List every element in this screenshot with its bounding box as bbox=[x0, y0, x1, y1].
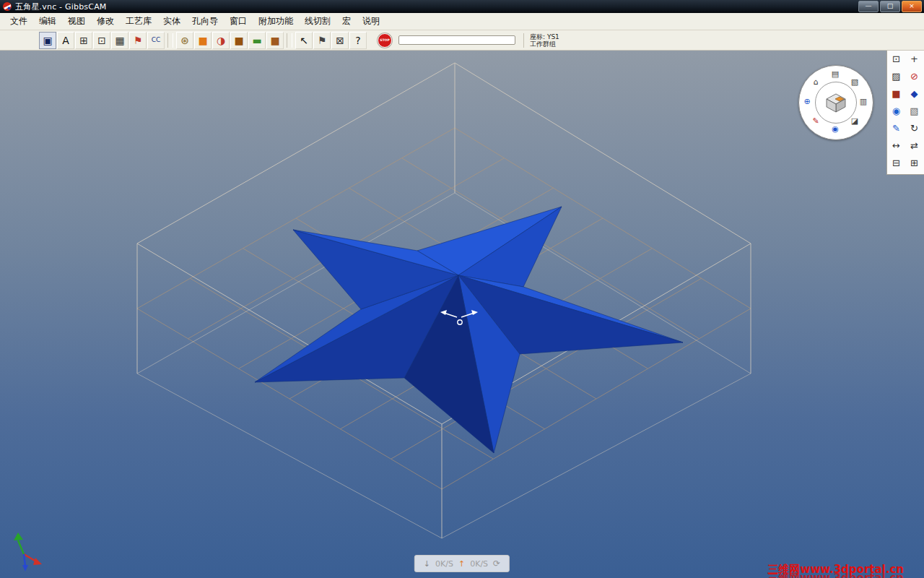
close-button[interactable]: × bbox=[902, 1, 922, 12]
cursor-tool-icon: ↖ bbox=[300, 35, 308, 46]
document-view-button[interactable]: ▣ bbox=[39, 32, 56, 49]
workbook-icon[interactable]: ■ bbox=[889, 85, 905, 101]
coord-label: 座标: YS1 bbox=[530, 33, 559, 40]
minimize-button[interactable]: — bbox=[858, 1, 879, 12]
watermark: 三维网www.3dportal.cn bbox=[767, 563, 904, 577]
progress-bar bbox=[398, 35, 515, 45]
body-solid-icon: ■ bbox=[270, 35, 279, 46]
block-solid-icon: ■ bbox=[234, 35, 243, 46]
iso-cube-icon bbox=[825, 92, 847, 113]
body-solid-button[interactable]: ■ bbox=[266, 32, 284, 49]
eye-view-icon[interactable]: ◉ bbox=[829, 124, 841, 135]
menu-item-视图[interactable]: 视图 bbox=[62, 13, 91, 30]
menu-item-文件[interactable]: 文件 bbox=[4, 13, 33, 30]
draw-view-icon[interactable]: ✎ bbox=[810, 116, 821, 127]
mirror-icon[interactable]: ⇄ bbox=[907, 137, 923, 153]
solids-icon[interactable]: ◆ bbox=[907, 85, 923, 101]
document-view-icon: ▣ bbox=[43, 35, 52, 46]
view-controller[interactable]: ⌂▤▧▥◪◉✎⊕ bbox=[798, 65, 873, 140]
transfer-status: ↓ 0K/S ↑ 0K/S ⟳ bbox=[414, 555, 510, 572]
context-help-icon: ? bbox=[355, 35, 360, 46]
axis-triad bbox=[4, 530, 48, 574]
app-window: 五角星.vnc - GibbsCAM —□× 文件编辑视图修改工艺库实体孔向导窗… bbox=[0, 0, 924, 578]
menu-item-编辑[interactable]: 编辑 bbox=[33, 13, 62, 30]
pencil-tool-icon[interactable]: ✎ bbox=[889, 120, 905, 136]
block-solid-button[interactable]: ■ bbox=[230, 32, 248, 49]
menu-item-宏[interactable]: 宏 bbox=[336, 13, 357, 30]
blade-tool-button[interactable]: ⊛ bbox=[176, 32, 193, 49]
text-tool-icon: A bbox=[62, 35, 69, 46]
pick-box-button[interactable]: ⊠ bbox=[331, 32, 349, 49]
right-tool-panel: ▤≈⊡+▨⊘■◆◉▧✎↻↔⇄⊟⊞ bbox=[886, 51, 924, 175]
marquee-select-button[interactable]: ⊡ bbox=[93, 32, 110, 49]
text-tool-button[interactable]: A bbox=[57, 32, 74, 49]
coordinate-status: 座标: YS1 工作群组 bbox=[523, 33, 559, 48]
title-bar: 五角星.vnc - GibbsCAM —□× bbox=[0, 0, 924, 13]
iso-view-icon[interactable]: ◪ bbox=[849, 116, 860, 127]
marquee-select-icon: ⊡ bbox=[97, 35, 106, 46]
z-axis-arrow bbox=[22, 565, 28, 571]
y-axis-arrow bbox=[14, 532, 23, 540]
maximize-button[interactable]: □ bbox=[880, 1, 900, 12]
dimension-icon[interactable]: ↔ bbox=[889, 137, 905, 153]
menu-item-附加功能[interactable]: 附加功能 bbox=[253, 13, 299, 30]
x-axis-arrow bbox=[33, 558, 42, 565]
viewport[interactable]: ▤≈⊡+▨⊘■◆◉▧✎↻↔⇄⊟⊞ ⌂▤▧▥◪◉✎⊕ ↓ 0K/S ↑ 0K/S … bbox=[0, 51, 924, 578]
upload-rate: 0K/S bbox=[470, 559, 488, 569]
sheet-stack-icon: ⊞ bbox=[79, 35, 88, 46]
menu-item-工艺库[interactable]: 工艺库 bbox=[120, 13, 157, 30]
stop-button[interactable]: STOP bbox=[378, 33, 392, 48]
toolbar-separator bbox=[287, 33, 292, 48]
menu-bar: 文件编辑视图修改工艺库实体孔向导窗口附加功能线切割宏说明 bbox=[0, 13, 924, 30]
revolve-solid-icon: ◑ bbox=[217, 35, 225, 46]
cc-tool-icon: CC bbox=[152, 37, 161, 43]
download-icon: ↓ bbox=[424, 559, 430, 569]
stock-solid-button[interactable]: ■ bbox=[194, 32, 212, 49]
grid-toggle-icon: ▦ bbox=[115, 35, 124, 46]
sheets-icon[interactable]: ⊟ bbox=[889, 155, 905, 171]
scene-canvas bbox=[0, 51, 924, 578]
toolbar-separator bbox=[167, 33, 173, 48]
menu-item-实体[interactable]: 实体 bbox=[157, 13, 186, 30]
pick-box-icon: ⊠ bbox=[336, 35, 344, 46]
target-view-icon[interactable]: ⊕ bbox=[801, 96, 813, 108]
flag-small-icon: ⚑ bbox=[318, 35, 327, 46]
sweep-solid-icon: ▬ bbox=[252, 35, 261, 46]
menu-item-线切割[interactable]: 线切割 bbox=[299, 13, 336, 30]
window-controls: —□× bbox=[858, 1, 924, 12]
menu-item-修改[interactable]: 修改 bbox=[91, 13, 120, 30]
frame-tool-icon[interactable]: ⊡ bbox=[889, 51, 905, 66]
visibility-eye-icon[interactable]: ◉ bbox=[889, 103, 905, 118]
grid-toggle-button[interactable]: ▦ bbox=[111, 32, 128, 49]
blade-tool-icon: ⊛ bbox=[180, 35, 189, 46]
copy-icon[interactable]: ⊞ bbox=[907, 155, 923, 171]
context-help-button[interactable]: ? bbox=[349, 32, 367, 49]
erase-tool-icon[interactable]: ⊘ bbox=[907, 68, 923, 84]
redraw-icon[interactable]: ↻ bbox=[907, 120, 923, 136]
stock-solid-icon: ■ bbox=[198, 35, 207, 46]
top-view-icon[interactable]: ▤ bbox=[829, 69, 841, 80]
revolve-solid-button[interactable]: ◑ bbox=[212, 32, 230, 49]
menu-item-说明[interactable]: 说明 bbox=[357, 13, 385, 30]
right-view-icon[interactable]: ▥ bbox=[858, 96, 869, 108]
workgroup-label: 工作群组 bbox=[530, 40, 556, 48]
cursor-tool-button[interactable]: ↖ bbox=[295, 32, 313, 49]
cs-axis-icon[interactable]: + bbox=[907, 51, 923, 66]
cube-tool-icon[interactable]: ▧ bbox=[907, 103, 923, 118]
download-rate: 0K/S bbox=[435, 559, 453, 569]
main-toolbar-buttons: ▣A⊞⊡▦⚑CC⊛■◑■▬■↖⚑⊠? bbox=[39, 32, 367, 49]
cube-view-icon[interactable]: ▧ bbox=[849, 77, 860, 88]
cc-tool-button[interactable]: CC bbox=[147, 32, 165, 49]
menu-item-孔向导[interactable]: 孔向导 bbox=[186, 13, 224, 30]
home-view-icon[interactable]: ⌂ bbox=[810, 77, 821, 88]
sweep-solid-button[interactable]: ▬ bbox=[248, 32, 266, 49]
sheet-stack-button[interactable]: ⊞ bbox=[75, 32, 92, 49]
refresh-icon[interactable]: ⟳ bbox=[493, 558, 500, 569]
app-logo-icon bbox=[2, 1, 12, 12]
stop-label: STOP bbox=[380, 38, 389, 42]
flag-small-button[interactable]: ⚑ bbox=[313, 32, 331, 49]
flag-tool-button[interactable]: ⚑ bbox=[129, 32, 147, 49]
menu-item-窗口[interactable]: 窗口 bbox=[224, 13, 253, 30]
flag-tool-icon: ⚑ bbox=[134, 35, 143, 46]
hatch-tool-icon[interactable]: ▨ bbox=[889, 68, 905, 84]
